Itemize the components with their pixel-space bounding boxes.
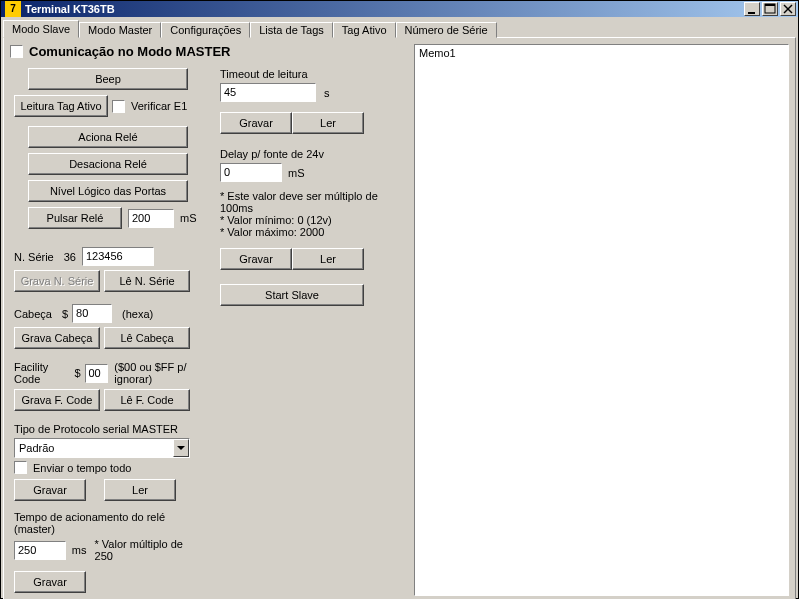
verificar-e1-label: Verificar E1 xyxy=(131,100,187,112)
grava-nserie-button[interactable]: Grava N. Série xyxy=(14,270,100,292)
le-nserie-button[interactable]: Lê N. Série xyxy=(104,270,190,292)
timeout-unit: s xyxy=(324,87,330,99)
maximize-button[interactable] xyxy=(762,2,778,16)
start-slave-button[interactable]: Start Slave xyxy=(220,284,364,306)
protocolo-label: Tipo de Protocolo serial MASTER xyxy=(14,423,204,435)
le-cabeca-button[interactable]: Lê Cabeça xyxy=(104,327,190,349)
pulsar-rele-button[interactable]: Pulsar Relé xyxy=(28,207,122,229)
facility-label: Facility Code xyxy=(14,361,64,385)
tempo-rele-label: Tempo de acionamento do relé (master) xyxy=(14,511,204,535)
desaciona-rele-button[interactable]: Desaciona Relé xyxy=(28,153,188,175)
tempo-rele-unit: ms xyxy=(72,544,87,556)
facility-dollar: $ xyxy=(74,367,80,379)
enviar-tempo-checkbox[interactable] xyxy=(14,461,27,474)
window-title: Terminal KT36TB xyxy=(25,3,744,15)
delay-gravar-button[interactable]: Gravar xyxy=(220,248,292,270)
cabeca-dollar: $ xyxy=(62,308,68,320)
pulsar-rele-input[interactable]: 200 xyxy=(128,209,174,228)
aciona-rele-button[interactable]: Aciona Relé xyxy=(28,126,188,148)
tab-numero-serie[interactable]: Número de Série xyxy=(396,22,497,38)
grava-fcode-button[interactable]: Grava F. Code xyxy=(14,389,100,411)
delay-note1: * Este valor deve ser múltiplo de 100ms xyxy=(220,190,410,214)
cabeca-hexa: (hexa) xyxy=(122,308,153,320)
master-mode-checkbox[interactable] xyxy=(10,45,23,58)
le-fcode-button[interactable]: Lê F. Code xyxy=(104,389,190,411)
chevron-down-icon[interactable] xyxy=(173,439,189,457)
cabeca-label: Cabeça xyxy=(14,308,52,320)
memo-textarea[interactable]: Memo1 xyxy=(414,44,789,596)
tab-configuracoes[interactable]: Configurações xyxy=(161,22,250,38)
facility-input[interactable]: 00 xyxy=(85,364,109,383)
verificar-e1-checkbox[interactable] xyxy=(112,100,125,113)
tempo-rele-note: * Valor múltiplo de 250 xyxy=(95,538,204,562)
tabpanel-modo-slave: Comunicação no Modo MASTER Beep Leitura … xyxy=(3,37,796,599)
leitura-tag-ativo-button[interactable]: Leitura Tag Ativo xyxy=(14,95,108,117)
app-window: 7 Terminal KT36TB Modo Slave Modo Master… xyxy=(0,0,799,599)
heading-row: Comunicação no Modo MASTER xyxy=(10,44,410,59)
protocolo-combo[interactable]: Padrão xyxy=(14,438,190,458)
close-button[interactable] xyxy=(780,2,796,16)
titlebar: 7 Terminal KT36TB xyxy=(1,1,798,17)
tab-modo-slave[interactable]: Modo Slave xyxy=(3,20,79,38)
nserie-input[interactable]: 123456 xyxy=(82,247,154,266)
timeout-input[interactable]: 45 xyxy=(220,83,316,102)
minimize-button[interactable] xyxy=(744,2,760,16)
tab-lista-tags[interactable]: Lista de Tags xyxy=(250,22,333,38)
enviar-tempo-label: Enviar o tempo todo xyxy=(33,462,131,474)
nserie-label: N. Série xyxy=(14,251,54,263)
timeout-ler-button[interactable]: Ler xyxy=(292,112,364,134)
delay-label: Delay p/ fonte de 24v xyxy=(220,148,410,160)
tab-modo-master[interactable]: Modo Master xyxy=(79,22,161,38)
grava-cabeca-button[interactable]: Grava Cabeça xyxy=(14,327,100,349)
nivel-logico-button[interactable]: Nível Lógico das Portas xyxy=(28,180,188,202)
delay-note2: * Valor mínimo: 0 (12v) xyxy=(220,214,410,226)
delay-ler-button[interactable]: Ler xyxy=(292,248,364,270)
timeout-gravar-button[interactable]: Gravar xyxy=(220,112,292,134)
heading-text: Comunicação no Modo MASTER xyxy=(29,44,231,59)
protocolo-value: Padrão xyxy=(19,442,54,454)
protocolo-ler-button[interactable]: Ler xyxy=(104,479,176,501)
facility-note: ($00 ou $FF p/ ignorar) xyxy=(114,361,204,385)
tempo-rele-input[interactable]: 250 xyxy=(14,541,66,560)
beep-button[interactable]: Beep xyxy=(28,68,188,90)
delay-unit: mS xyxy=(288,167,305,179)
tempo-rele-gravar-button[interactable]: Gravar xyxy=(14,571,86,593)
tab-strip: Modo Slave Modo Master Configurações Lis… xyxy=(3,20,796,38)
left-column: Comunicação no Modo MASTER Beep Leitura … xyxy=(10,44,410,596)
timeout-label: Timeout de leitura xyxy=(220,68,410,80)
delay-input[interactable]: 0 xyxy=(220,163,282,182)
protocolo-gravar-button[interactable]: Gravar xyxy=(14,479,86,501)
window-controls xyxy=(744,2,796,16)
delay-note3: * Valor máximo: 2000 xyxy=(220,226,410,238)
tab-tag-ativo[interactable]: Tag Ativo xyxy=(333,22,396,38)
svg-rect-0 xyxy=(748,12,755,14)
cabeca-input[interactable]: 80 xyxy=(72,304,112,323)
nserie-36: 36 xyxy=(64,251,76,263)
svg-rect-2 xyxy=(765,4,775,6)
app-icon: 7 xyxy=(5,1,21,17)
right-column: Memo1 xyxy=(414,44,789,596)
client-area: Modo Slave Modo Master Configurações Lis… xyxy=(1,17,798,599)
pulsar-rele-unit: mS xyxy=(180,212,197,224)
